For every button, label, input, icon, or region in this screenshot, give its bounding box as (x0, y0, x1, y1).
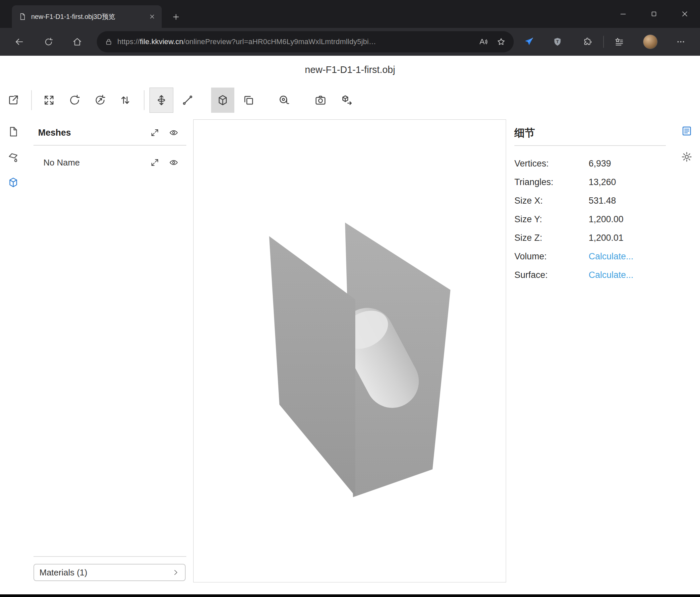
calculate-volume-link[interactable]: Calculate... (589, 252, 633, 262)
browser-navbar: https://file.kkview.cn/onlinePreview?url… (0, 28, 700, 56)
materials-divider (33, 556, 186, 557)
window-bottom-edge (0, 594, 700, 597)
url-path: /onlinePreview?url=aHR0cHM6Ly9maWxlLmtrd… (183, 38, 376, 46)
meshes-panel-header: Meshes (33, 123, 186, 142)
visibility-mesh-eye-icon[interactable] (169, 158, 179, 167)
back-button[interactable] (11, 34, 27, 49)
details-rows: Vertices: 6,939 Triangles: 13,260 Size X… (515, 154, 666, 284)
detail-label: Size Y: (515, 214, 589, 224)
browser-menu-icon[interactable] (674, 34, 688, 49)
detail-label: Size Z: (515, 233, 589, 243)
swap-vertical-icon[interactable] (116, 91, 134, 110)
meshes-divider (33, 145, 186, 146)
detail-row: Size Z: 1,200.01 (515, 229, 666, 247)
close-button[interactable] (669, 0, 700, 28)
detail-value: 6,939 (589, 159, 611, 169)
minimize-button[interactable] (607, 0, 639, 28)
settings-gear-icon[interactable] (680, 150, 693, 163)
viewer-page: new-F1-D1-1-first.obj (0, 56, 700, 594)
detail-value: 531.48 (589, 196, 616, 206)
mesh-name: No Name (44, 158, 80, 168)
detail-label: Volume: (515, 252, 589, 262)
navbar-divider (603, 36, 604, 48)
detail-label: Surface: (515, 270, 589, 280)
extension-shield-icon[interactable]: T (550, 34, 565, 49)
browser-tab[interactable]: new-F1-D1-1-first.obj3D预览 (12, 5, 162, 28)
model-viewport[interactable] (193, 119, 506, 582)
material-panel-icon[interactable] (7, 151, 20, 164)
measure-tape-icon[interactable] (275, 91, 294, 110)
detail-value: 1,200.00 (589, 214, 623, 224)
detail-row: Triangles: 13,260 (515, 173, 666, 191)
favorites-hub-icon[interactable] (612, 34, 626, 49)
url-text: https://file.kkview.cn/onlinePreview?url… (117, 38, 470, 46)
detail-label: Triangles: (515, 177, 589, 187)
ortho-cube-icon[interactable] (239, 91, 258, 110)
tab-title: new-F1-D1-1-first.obj3D预览 (31, 12, 143, 21)
model-render (194, 120, 506, 582)
toolbar-separator (31, 90, 32, 110)
mesh-list-item[interactable]: No Name (33, 153, 186, 172)
home-button[interactable] (70, 34, 85, 49)
materials-label: Materials (1) (40, 568, 87, 578)
lock-icon[interactable] (105, 38, 113, 46)
detail-value: 13,260 (589, 177, 616, 187)
address-bar[interactable]: https://file.kkview.cn/onlinePreview?url… (97, 31, 514, 52)
screenshot-camera-icon[interactable] (311, 91, 330, 110)
read-aloud-icon[interactable] (479, 37, 488, 46)
chevron-right-icon (172, 569, 180, 576)
window-controls (607, 0, 700, 28)
url-host: file.kkview.cn (140, 38, 183, 46)
viewer-toolbar (0, 88, 700, 113)
maximize-button[interactable] (639, 0, 669, 28)
browser-titlebar: new-F1-D1-1-first.obj3D预览 (0, 0, 700, 28)
detail-row: Size Y: 1,200.00 (515, 210, 666, 229)
toolbar-separator (144, 90, 145, 110)
meshes-title: Meshes (38, 128, 71, 138)
page-title: new-F1-D1-1-first.obj (0, 64, 700, 75)
extension-translate-icon[interactable] (522, 34, 536, 49)
translate-tool-button[interactable] (149, 88, 173, 113)
favorite-star-icon[interactable] (497, 37, 506, 46)
detail-row: Vertices: 6,939 (515, 154, 666, 173)
file-panel-icon[interactable] (7, 125, 20, 138)
detail-label: Size X: (515, 196, 589, 206)
extensions-puzzle-icon[interactable] (580, 34, 595, 49)
fit-all-icon[interactable] (150, 128, 160, 138)
document-icon (19, 13, 26, 21)
materials-button[interactable]: Materials (1) (33, 564, 185, 581)
details-title: 细节 (515, 124, 535, 142)
details-divider (515, 145, 666, 146)
calculate-surface-link[interactable]: Calculate... (589, 270, 633, 280)
left-rail (0, 56, 26, 587)
rotate-x-icon[interactable] (65, 91, 84, 110)
detail-row: Size X: 531.48 (515, 191, 666, 210)
fit-mesh-icon[interactable] (150, 158, 160, 167)
left-plane (269, 236, 355, 496)
visibility-all-eye-icon[interactable] (169, 128, 179, 138)
url-scheme: https:// (117, 38, 140, 46)
rotate-z-icon[interactable] (91, 91, 109, 110)
fit-view-icon[interactable] (40, 91, 58, 110)
measure-line-icon[interactable] (178, 91, 197, 110)
detail-label: Vertices: (515, 159, 589, 169)
svg-text:T: T (556, 39, 559, 44)
detail-row: Volume: Calculate... (515, 247, 666, 266)
refresh-button[interactable] (41, 34, 56, 49)
tab-close-icon[interactable] (148, 12, 156, 21)
new-tab-button[interactable] (168, 9, 184, 25)
perspective-cube-button[interactable] (211, 88, 234, 113)
model-panel-icon[interactable] (7, 176, 20, 189)
profile-avatar[interactable] (643, 34, 657, 49)
details-list-icon[interactable] (680, 125, 693, 137)
detail-row: Surface: Calculate... (515, 266, 666, 284)
export-model-icon[interactable] (338, 91, 356, 110)
detail-value: 1,200.01 (589, 233, 623, 243)
